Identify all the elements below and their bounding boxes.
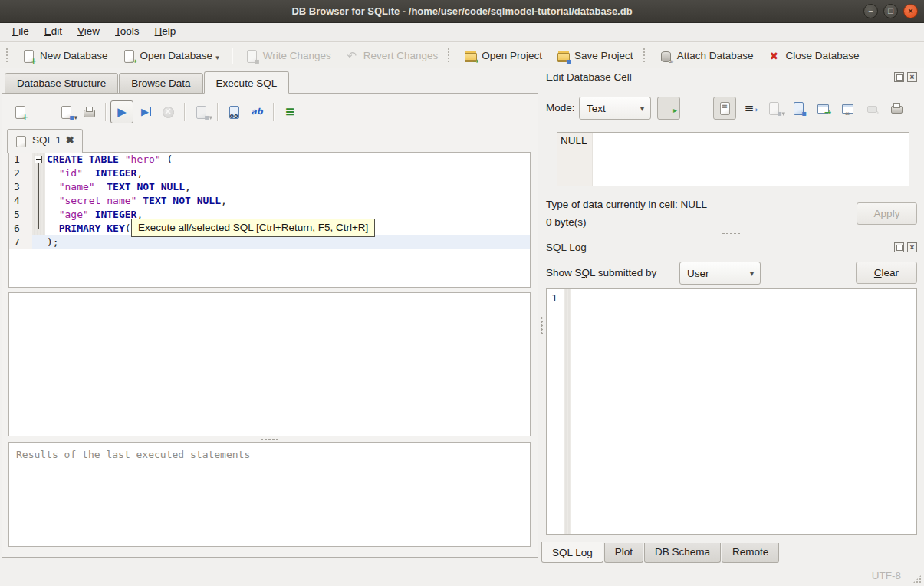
print-sql-button[interactable] [77,100,100,123]
main-vertical-splitter[interactable] [539,94,544,558]
toolbar-handle[interactable] [447,48,451,64]
toolbar-handle[interactable] [643,48,646,64]
new-database-button[interactable]: +New Database [15,46,115,66]
titlebar[interactable]: DB Browser for SQLite - /home/user/code/… [0,0,924,23]
format-sql-button[interactable]: ab [245,100,268,123]
menu-item-file[interactable]: File [5,23,37,41]
window-minimize-button[interactable]: − [863,4,878,18]
clear-button-label: Clear [874,267,899,278]
menu-item-edit[interactable]: Edit [37,23,70,41]
close-database-button[interactable]: ✖Close Database [760,46,866,66]
menu-item-tools[interactable]: Tools [107,23,147,41]
docks-splitter[interactable] [546,231,917,235]
open-database-button[interactable]: →Open Database▾ [115,46,226,66]
sql-log-area[interactable]: 1 [546,288,917,535]
export-data-button[interactable] [811,97,834,120]
fold-corner [38,229,43,229]
dock-close-icon[interactable]: × [907,242,917,252]
toolbar-handle[interactable] [5,48,9,64]
splitter-handle-icon [260,439,280,441]
fold-marker-icon[interactable] [32,153,45,166]
chevron-down-icon: ▾ [640,104,644,113]
write-changes-button[interactable]: ▪Write Changes [238,46,338,66]
tab-database-structure[interactable]: Database Structure [5,73,118,94]
dock-float-icon[interactable] [894,72,904,82]
stop-button[interactable] [156,100,179,123]
clear-log-button[interactable]: Clear [856,262,917,284]
save-results-button[interactable]: ▪▾ [189,100,212,123]
tab-browse-data[interactable]: Browse Data [119,73,202,94]
fold-line [38,166,39,180]
dock-tab-db-schema[interactable]: DB Schema [644,543,721,563]
sql-log-filter-combobox[interactable]: User ▾ [679,262,761,285]
revert-changes-button[interactable]: ↶Revert Changes [338,46,446,66]
encoding-indicator[interactable]: UTF-8 [872,570,901,581]
dock-close-icon[interactable]: × [907,72,917,82]
dock-tab-remote[interactable]: Remote [722,543,779,563]
import-data-icon-badge: ▪ [801,109,807,117]
open-sql-file-button[interactable] [31,100,54,123]
line-number: 6 [9,222,32,235]
window-close-button[interactable]: × [903,4,918,18]
status-bar: UTF-8 [0,565,924,586]
window-maximize-button[interactable]: □ [883,4,898,18]
fold-guide [32,222,45,235]
attach-database-button[interactable]: Attach Database [652,46,761,66]
set-null-button[interactable] [860,97,883,120]
wrap-lines-button[interactable]: ≡ [278,100,301,123]
cell-editor[interactable]: NULL [557,132,909,186]
open-in-app-icon [840,101,854,115]
code-line-4[interactable]: 4 "secret_name" TEXT NOT NULL, [9,194,530,208]
menu-bar: FileEditViewToolsHelp [0,23,924,42]
execute-all-button[interactable]: ▶ [110,100,133,123]
dock-tab-plot[interactable]: Plot [604,543,643,563]
chevron-down-icon: ▾ [750,269,754,278]
fold-guide [32,208,45,222]
import-data-button[interactable]: ▪ [787,97,810,120]
line-number: 5 [9,208,32,222]
edit-cell-dock-title: Edit Database Cell [546,71,632,83]
dock-float-icon[interactable] [894,242,904,252]
resize-grip[interactable] [912,574,922,584]
text-mode-button[interactable] [713,97,736,120]
dropdown-arrow-icon[interactable]: ▾ [215,54,219,63]
line-number: 4 [9,194,32,208]
execute-line-button[interactable]: ▶ [133,100,156,123]
mode-label: Mode: [546,102,575,114]
write-changes-icon: ▪ [245,49,258,63]
mode-combobox[interactable]: Text ▾ [579,97,651,120]
apply-button[interactable]: Apply [857,202,917,225]
line-number: 3 [9,180,32,194]
open-project-button[interactable]: →Open Project [456,46,549,66]
dropdown-arrow-icon: ▾ [781,110,785,119]
menu-item-view[interactable]: View [70,23,107,41]
results-grid-pane[interactable] [8,292,531,436]
new-sql-tab-button[interactable]: + [8,100,31,123]
close-tab-icon[interactable]: ✖ [66,134,74,146]
print-cell-button[interactable] [885,97,908,120]
auto-switch-mode-button[interactable] [657,97,680,120]
execute-all-icon: ▶ [115,105,129,119]
toolbar-button-label: Open Database [140,50,213,61]
save-cell-button[interactable]: ▪▾ [762,97,785,120]
code-line-7[interactable]: 7); [9,235,530,249]
menu-item-help[interactable]: Help [147,23,184,41]
code-line-3[interactable]: 3 "name" TEXT NOT NULL, [9,180,530,194]
main-tab-bar: Database StructureBrowse DataExecute SQL [5,73,290,94]
word-wrap-button[interactable]: ≡ [738,97,761,120]
open-in-app-button[interactable] [836,97,859,120]
code-text: "secret_name" TEXT NOT NULL, [45,194,530,208]
find-replace-icon [227,105,241,119]
results-message-pane[interactable]: Results of the last executed statements [8,442,531,547]
code-line-1[interactable]: 1CREATE TABLE "hero" ( [9,153,530,166]
code-line-2[interactable]: 2 "id" INTEGER, [9,166,530,180]
save-project-button[interactable]: ▪Save Project [549,46,640,66]
sql-file-tab[interactable]: SQL 1 ✖ [7,129,83,153]
code-segment: PRIMARY KEY [59,222,125,234]
save-sql-file-button[interactable]: ▪▾ [54,100,77,123]
tab-execute-sql[interactable]: Execute SQL [204,71,290,94]
dock-tab-sql-log[interactable]: SQL Log [541,542,603,563]
close-database-icon: ✖ [767,49,781,63]
new-sql-tab-icon: + [13,105,27,119]
find-replace-button[interactable] [222,100,245,123]
